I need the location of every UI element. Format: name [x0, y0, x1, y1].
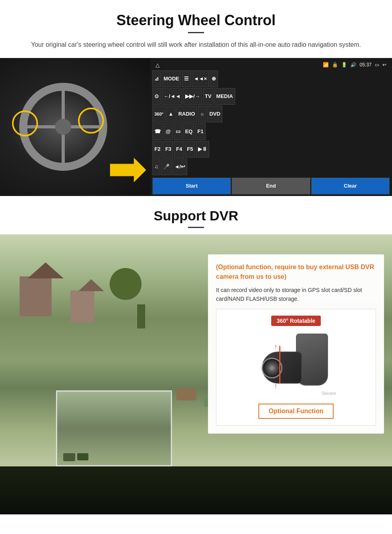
radio-btn-f3[interactable]: F3	[163, 141, 173, 158]
radio-btn-browser[interactable]: @	[164, 123, 173, 140]
svg-marker-0	[110, 158, 146, 182]
clear-button[interactable]: Clear	[311, 178, 390, 194]
steering-section: Steering Wheel Control Your original car…	[0, 0, 392, 50]
dvr-divider	[188, 227, 204, 228]
radio-btn-f1[interactable]: F1	[195, 123, 205, 140]
camera-device-illustration: ↑ ↑ Seicane	[256, 332, 336, 396]
radio-btn-apps[interactable]: ⊕	[210, 70, 218, 87]
radio-btn-nav[interactable]: ⊿	[152, 70, 161, 87]
dvr-section: Support DVR	[0, 196, 392, 514]
steering-visual: △ 📶 🔒 🔋 🔊 05:37 ▭ ↩ ⊿ MODE ☰ ◄◄× ⊕ ⊙ ←/◄…	[0, 58, 392, 196]
seicane-watermark: Seicane	[322, 391, 336, 396]
steering-photo-inner	[0, 58, 150, 196]
radio-btn-back[interactable]: ◄/↩	[172, 158, 187, 175]
dvr-info-card: (Optional function, require to buy exter…	[208, 254, 384, 434]
radio-btn-brightness[interactable]: ☼	[198, 106, 207, 122]
house-1	[20, 276, 52, 316]
radio-btn-f4[interactable]: F4	[174, 141, 184, 158]
inset-car-2	[77, 453, 88, 460]
tree-trunk	[137, 304, 145, 328]
steering-photo	[0, 58, 150, 196]
radio-btn-eq[interactable]: EQ	[183, 123, 195, 140]
tree-top	[110, 268, 142, 300]
wheel-center	[55, 119, 71, 135]
dvr-optional-text: (Optional function, require to buy exter…	[216, 262, 376, 282]
rotation-arrow-up-icon: ↑	[274, 343, 278, 351]
radio-btn-f2[interactable]: F2	[152, 141, 162, 158]
wifi-icon: 📶	[323, 62, 329, 68]
radio-btn-phone[interactable]: ☎	[152, 123, 163, 140]
steering-divider	[188, 32, 204, 33]
yellow-circle-left	[12, 110, 38, 136]
radio-btn-f5[interactable]: F5	[185, 141, 195, 158]
radio-row-3: 360° ▲ RADIO ☼ DVD	[152, 106, 390, 122]
back-icon: ↩	[382, 62, 386, 68]
roof-1	[28, 262, 64, 278]
radio-btn-settings[interactable]: ⊙	[152, 88, 161, 105]
radio-btn-rect[interactable]: ▭	[174, 123, 182, 140]
dvr-photo-container: (Optional function, require to buy exter…	[0, 234, 392, 514]
radio-btn-radio[interactable]: RADIO	[176, 106, 197, 122]
radio-action-buttons: Start End Clear	[152, 178, 390, 194]
start-button[interactable]: Start	[152, 178, 231, 194]
radio-btn-mode[interactable]: MODE	[162, 70, 181, 87]
radio-btn-vol-mute[interactable]: ◄◄×	[192, 70, 209, 87]
dvr-header: Support DVR	[0, 196, 392, 234]
radio-topbar: △ 📶 🔒 🔋 🔊 05:37 ▭ ↩	[152, 60, 390, 70]
radio-ui-panel: △ 📶 🔒 🔋 🔊 05:37 ▭ ↩ ⊿ MODE ☰ ◄◄× ⊕ ⊙ ←/◄…	[150, 58, 392, 196]
radio-row-2: ⊙ ←/◄◄ ▶▶/→ TV MEDIA	[152, 88, 390, 105]
car-1	[176, 388, 196, 400]
radio-row-6: ♫ 🎤 ◄/↩	[152, 158, 390, 175]
radio-btn-menu[interactable]: ☰	[182, 70, 191, 87]
steering-title: Steering Wheel Control	[16, 12, 376, 29]
radio-btn-play-pause[interactable]: ▶⏸	[196, 141, 209, 158]
radio-row-4: ☎ @ ▭ EQ F1	[152, 123, 390, 140]
dashboard-area	[0, 466, 392, 514]
optional-function-label[interactable]: Optional Function	[258, 404, 334, 419]
dvr-desc-text: It can record video only to storage in G…	[216, 286, 376, 304]
window-icon: ▭	[375, 62, 379, 68]
dvr-title: Support DVR	[16, 208, 376, 224]
radio-btn-music[interactable]: ♫	[152, 158, 160, 175]
radio-btn-mic[interactable]: 🎤	[161, 158, 172, 175]
camera-product-box: 360° Rotatable ↑	[216, 309, 376, 426]
end-button[interactable]: End	[232, 178, 310, 194]
battery-icon: 🔋	[341, 62, 347, 68]
house-2	[70, 290, 94, 322]
radio-btn-tv[interactable]: TV	[203, 88, 214, 105]
radio-btn-next[interactable]: ▶▶/→	[183, 88, 202, 105]
radio-row-5: F2 F3 F4 F5 ▶⏸	[152, 141, 390, 158]
radio-status-icons: 📶 🔒 🔋 🔊 05:37 ▭ ↩	[323, 62, 386, 68]
inset-car-1	[63, 453, 75, 461]
yellow-arrow-icon	[110, 156, 146, 184]
camera-badge: 360° Rotatable	[271, 316, 321, 326]
dvr-inset-photo	[56, 390, 172, 466]
radio-row-1: ⊿ MODE ☰ ◄◄× ⊕	[152, 70, 390, 87]
radio-btn-360[interactable]: 360°	[152, 106, 166, 122]
bluetooth-icon: 🔊	[350, 62, 356, 68]
steering-description: Your original car's steering wheel contr…	[16, 40, 376, 50]
radio-btn-dvd[interactable]: DVD	[207, 106, 222, 122]
time-display: 05:37	[360, 62, 372, 68]
yellow-circle-right	[78, 108, 104, 134]
radio-btn-eject[interactable]: ▲	[166, 106, 176, 122]
lock-icon: 🔒	[332, 62, 338, 68]
rotation-line	[279, 346, 280, 384]
rotation-arrow-down-icon: ↑	[274, 382, 278, 390]
roof-2	[78, 279, 104, 291]
radio-btn-prev[interactable]: ←/◄◄	[162, 88, 182, 105]
radio-home-icon: △	[156, 62, 160, 68]
radio-btn-media[interactable]: MEDIA	[214, 88, 235, 105]
